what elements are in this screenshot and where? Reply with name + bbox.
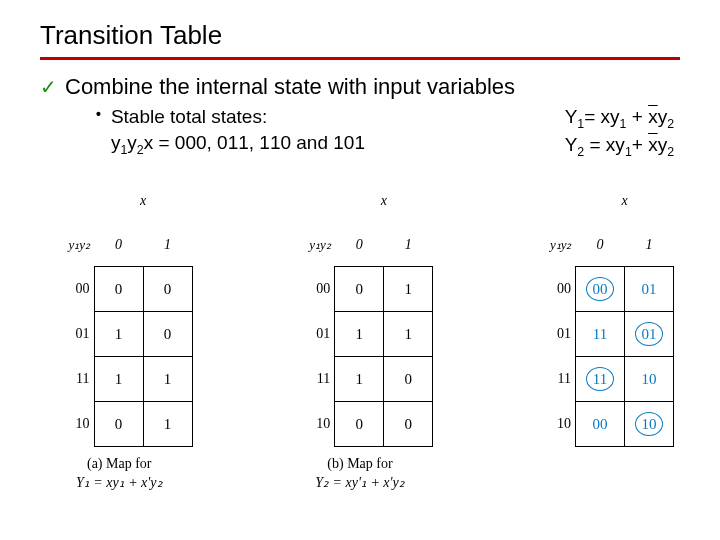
transition-table: x y₁y₂01 00 00 01 01 11 01 11 11 10 [528, 179, 675, 448]
sub-bullet-left: Stable total states: y1y2x = 000, 011, 1… [111, 104, 565, 161]
bullet-dot-icon: • [96, 104, 101, 161]
kmap-y2: x y₁y₂01 0001 0111 1110 1000 [287, 179, 434, 448]
stable-state-icon: 10 [635, 412, 663, 436]
caption-a: (a) Map for Y₁ = xy₁ + x'y₂ [46, 455, 193, 491]
equation-y2: Y2 = xy1+ xy2 [565, 132, 674, 160]
equations-block: Y1= xy1 + xy2 Y2 = xy1+ xy2 [565, 104, 680, 161]
figure-map-y2: x y₁y₂01 0001 0111 1110 1000 (b) Map for… [287, 179, 434, 492]
sub-bullet-row: • Stable total states: y1y2x = 000, 011,… [96, 104, 680, 161]
equation-y1: Y1= xy1 + xy2 [565, 104, 674, 132]
title-rule [40, 57, 680, 60]
stable-states-values: y1y2x = 000, 011, 110 and 101 [111, 130, 565, 158]
page-title: Transition Table [40, 20, 680, 51]
main-bullet-text: Combine the internal state with input va… [65, 74, 515, 100]
caption-b: (b) Map for Y₂ = xy'₁ + x'y₂ [287, 455, 434, 491]
check-icon: ✓ [40, 74, 57, 100]
stable-state-icon: 01 [635, 322, 663, 346]
figures-row: x y₁y₂01 0000 0110 1111 1001 (a) Map for… [40, 179, 680, 492]
figure-map-y1: x y₁y₂01 0000 0110 1111 1001 (a) Map for… [46, 179, 193, 492]
stable-state-icon: 11 [586, 367, 614, 391]
stable-state-icon: 00 [586, 277, 614, 301]
main-bullet-row: ✓ Combine the internal state with input … [40, 74, 680, 100]
kmap-y1: x y₁y₂01 0000 0110 1111 1001 [46, 179, 193, 448]
stable-states-label: Stable total states: [111, 104, 565, 130]
figure-transition-table: x y₁y₂01 00 00 01 01 11 01 11 11 10 [528, 179, 675, 492]
